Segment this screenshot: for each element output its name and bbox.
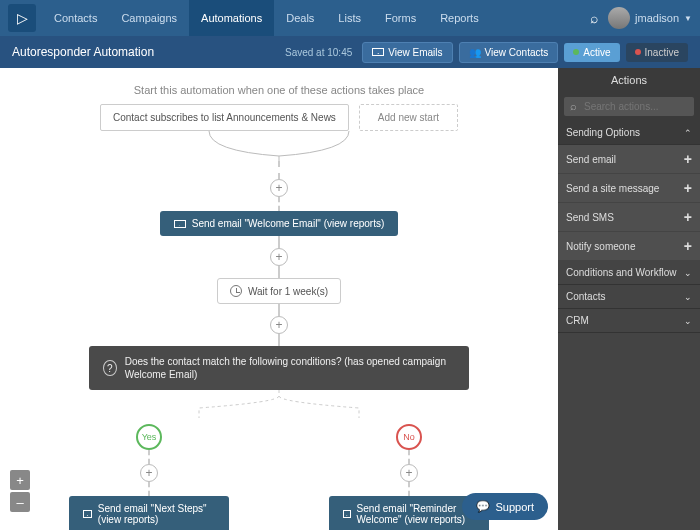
connector-line bbox=[148, 482, 150, 496]
add-step-button[interactable]: + bbox=[270, 248, 288, 266]
action-send-site-message[interactable]: Send a site message+ bbox=[558, 174, 700, 203]
zoom-out-button[interactable]: – bbox=[10, 492, 30, 512]
connector-line bbox=[278, 236, 280, 248]
connector-line bbox=[278, 161, 280, 179]
add-new-start-button[interactable]: Add new start bbox=[359, 104, 458, 131]
add-step-button[interactable]: + bbox=[140, 464, 158, 482]
zoom-in-button[interactable]: + bbox=[10, 470, 30, 490]
chevron-down-icon: ▼ bbox=[684, 14, 692, 23]
nav-forms[interactable]: Forms bbox=[373, 0, 428, 36]
branch-connector bbox=[129, 390, 429, 418]
nav-contacts[interactable]: Contacts bbox=[42, 0, 109, 36]
connector-line bbox=[278, 334, 280, 346]
connector-line bbox=[408, 450, 410, 464]
connector-line bbox=[278, 304, 280, 316]
avatar bbox=[608, 7, 630, 29]
chevron-down-icon: ⌄ bbox=[684, 292, 692, 302]
nav-campaigns[interactable]: Campaigns bbox=[109, 0, 189, 36]
saved-timestamp: Saved at 10:45 bbox=[285, 47, 352, 58]
app-logo[interactable]: ▷ bbox=[8, 4, 36, 32]
search-input[interactable] bbox=[564, 97, 694, 116]
accordion-contacts[interactable]: Contacts⌄ bbox=[558, 285, 700, 309]
add-step-button[interactable]: + bbox=[400, 464, 418, 482]
condition-node[interactable]: ?Does the contact match the following co… bbox=[89, 346, 469, 390]
page-title: Autoresponder Automation bbox=[12, 45, 154, 59]
action-notify-someone[interactable]: Notify someone+ bbox=[558, 232, 700, 261]
active-dot-icon bbox=[573, 49, 579, 55]
envelope-icon bbox=[372, 48, 384, 56]
accordion-crm[interactable]: CRM⌄ bbox=[558, 309, 700, 333]
connector-line bbox=[148, 450, 150, 464]
question-icon: ? bbox=[103, 360, 117, 376]
accordion-sending-options[interactable]: Sending Options⌃ bbox=[558, 121, 700, 145]
search-icon[interactable]: ⌕ bbox=[590, 10, 598, 26]
user-menu[interactable]: jmadison ▼ bbox=[608, 7, 692, 29]
chevron-down-icon: ⌄ bbox=[684, 316, 692, 326]
connector-line bbox=[278, 266, 280, 278]
envelope-icon bbox=[83, 510, 92, 518]
nav-lists[interactable]: Lists bbox=[326, 0, 373, 36]
wait-node[interactable]: Wait for 1 week(s) bbox=[217, 278, 341, 304]
drag-plus-icon: + bbox=[684, 180, 692, 196]
active-toggle[interactable]: Active bbox=[564, 43, 619, 62]
send-email-node-welcome[interactable]: Send email "Welcome Email" (view reports… bbox=[160, 211, 399, 236]
connector-line bbox=[408, 482, 410, 496]
send-email-node-next-steps[interactable]: Send email "Next Steps" (view reports) bbox=[69, 496, 229, 530]
clock-icon bbox=[230, 285, 242, 297]
start-instruction: Start this automation when one of these … bbox=[69, 84, 489, 96]
nav-deals[interactable]: Deals bbox=[274, 0, 326, 36]
action-send-sms[interactable]: Send SMS+ bbox=[558, 203, 700, 232]
trigger-node[interactable]: Contact subscribes to list Announcements… bbox=[100, 104, 349, 131]
sidebar-title: Actions bbox=[558, 68, 700, 92]
drag-plus-icon: + bbox=[684, 238, 692, 254]
connector-line bbox=[278, 197, 280, 211]
no-branch[interactable]: No bbox=[396, 424, 422, 450]
connector-curve bbox=[149, 131, 409, 161]
yes-branch[interactable]: Yes bbox=[136, 424, 162, 450]
user-name: jmadison bbox=[635, 12, 679, 24]
nav-automations[interactable]: Automations bbox=[189, 0, 274, 36]
inactive-toggle[interactable]: Inactive bbox=[626, 43, 688, 62]
add-step-button[interactable]: + bbox=[270, 316, 288, 334]
inactive-dot-icon bbox=[635, 49, 641, 55]
chevron-down-icon: ⌄ bbox=[684, 268, 692, 278]
chevron-up-icon: ⌃ bbox=[684, 128, 692, 138]
chat-icon: 💬 bbox=[476, 500, 490, 513]
accordion-conditions[interactable]: Conditions and Workflow⌄ bbox=[558, 261, 700, 285]
view-emails-button[interactable]: View Emails bbox=[362, 42, 452, 63]
view-contacts-button[interactable]: 👥View Contacts bbox=[459, 42, 559, 63]
drag-plus-icon: + bbox=[684, 151, 692, 167]
people-icon: 👥 bbox=[469, 47, 481, 58]
envelope-icon bbox=[343, 510, 351, 518]
action-send-email[interactable]: Send email+ bbox=[558, 145, 700, 174]
add-step-button[interactable]: + bbox=[270, 179, 288, 197]
drag-plus-icon: + bbox=[684, 209, 692, 225]
nav-reports[interactable]: Reports bbox=[428, 0, 491, 36]
envelope-icon bbox=[174, 220, 186, 228]
support-button[interactable]: 💬Support bbox=[462, 493, 548, 520]
